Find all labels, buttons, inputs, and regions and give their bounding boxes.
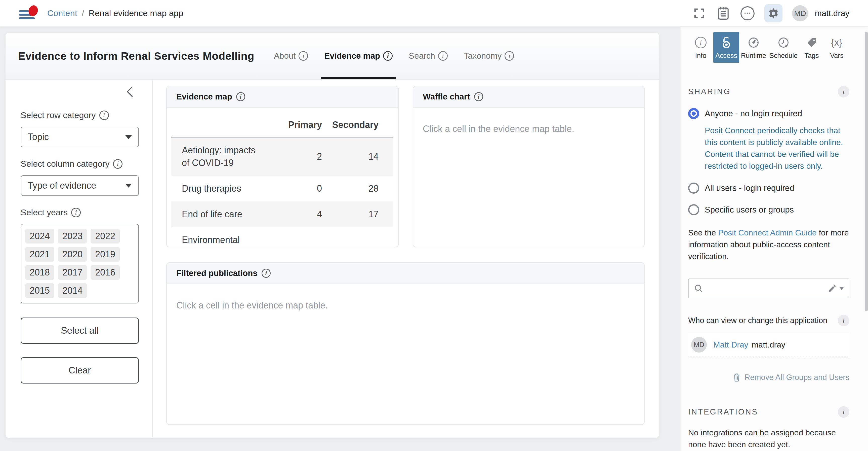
info-icon[interactable]: i [299, 51, 308, 61]
radio-anyone[interactable]: Anyone - no login required [688, 108, 849, 119]
row-topic: Environmental impacts of renal care [171, 227, 266, 247]
info-icon[interactable]: i [99, 111, 109, 120]
evidence-map-card-header: Evidence map i [167, 86, 398, 108]
card-title: Evidence map [176, 92, 232, 102]
info-badge-icon[interactable]: i [838, 315, 849, 326]
app-tabs: About i Evidence map i Search i Taxonomy… [266, 33, 522, 79]
logo-bar [19, 18, 35, 19]
year-chip[interactable]: 2020 [58, 247, 87, 262]
info-icon[interactable]: i [474, 92, 483, 101]
column-category-select[interactable]: Type of evidence [21, 175, 139, 196]
info-icon[interactable]: i [504, 51, 514, 61]
admin-guide-note: See the Posit Connect Admin Guide for mo… [688, 227, 849, 262]
row-topic: Aetiology: impacts of COVID-19 [171, 138, 266, 176]
info-badge-icon[interactable]: i [838, 406, 849, 418]
cell-primary[interactable]: 4 [266, 209, 329, 220]
info-icon[interactable]: i [438, 51, 448, 61]
radio-unselected-icon[interactable] [688, 204, 699, 215]
year-chip[interactable]: 2019 [91, 247, 120, 262]
chevron-down-icon [125, 135, 132, 139]
label-text: Select column category [21, 159, 110, 169]
user-search-box[interactable] [688, 279, 849, 298]
app-header: Evidence to Inform Renal Services Modell… [5, 33, 659, 80]
year-chip[interactable]: 2021 [25, 247, 54, 262]
radio-label: Anyone - no login required [705, 109, 802, 118]
note-text: See the [688, 228, 718, 237]
clipboard-icon[interactable] [716, 6, 731, 21]
clock-icon [778, 36, 789, 49]
info-icon[interactable]: i [383, 51, 393, 61]
select-all-button[interactable]: Select all [21, 317, 139, 344]
info-tab-icon: i [695, 37, 707, 48]
year-chip[interactable]: 2018 [25, 265, 54, 280]
year-chip[interactable]: 2024 [25, 229, 54, 244]
remove-all-button[interactable]: Remove All Groups and Users [688, 373, 849, 382]
label-text: Select row category [21, 110, 96, 120]
permission-user-row[interactable]: MD Matt Dray matt.dray [688, 333, 849, 357]
tab-taxonomy[interactable]: Taxonomy i [460, 33, 518, 79]
settings-tab-label: Runtime [741, 52, 766, 60]
year-chip[interactable]: 2014 [58, 283, 87, 298]
panel-scrollbar[interactable] [865, 32, 868, 311]
settings-tab-runtime[interactable]: Runtime [739, 32, 768, 63]
radio-selected-icon[interactable] [688, 108, 699, 119]
info-badge-icon[interactable]: i [838, 86, 849, 97]
settings-tab-label: Schedule [769, 52, 798, 60]
tab-search[interactable]: Search i [405, 33, 451, 79]
tab-evidence-map[interactable]: Evidence map i [321, 33, 396, 79]
user-avatar[interactable]: MD [792, 5, 808, 21]
radio-specific-users[interactable]: Specific users or groups [688, 204, 849, 215]
row-category-select[interactable]: Topic [21, 126, 139, 147]
select-value: Type of evidence [28, 180, 96, 191]
collapse-sidebar-icon[interactable] [127, 86, 137, 97]
cell-secondary[interactable]: 14 [329, 151, 393, 162]
radio-unselected-icon[interactable] [688, 182, 699, 194]
info-icon[interactable]: i [261, 269, 271, 278]
breadcrumb-current: Renal evidence map app [89, 8, 183, 18]
settings-tab-schedule[interactable]: Schedule [768, 32, 799, 63]
user-name-link[interactable]: Matt Dray [713, 340, 748, 349]
sharing-section-header: SHARING i [688, 86, 849, 97]
breadcrumb-content-link[interactable]: Content [47, 8, 77, 18]
year-chip[interactable]: 2015 [25, 283, 54, 298]
table-row[interactable]: End of life care 4 17 [171, 201, 393, 227]
year-chip[interactable]: 2022 [91, 229, 120, 244]
app-container: Evidence to Inform Renal Services Modell… [5, 33, 659, 438]
settings-gear-button[interactable] [764, 4, 782, 22]
admin-guide-link[interactable]: Posit Connect Admin Guide [718, 228, 816, 237]
table-row[interactable]: Drug therapies 0 28 [171, 176, 393, 201]
settings-panel: i Info Access Runtime [681, 27, 868, 451]
year-chip[interactable]: 2017 [58, 265, 87, 280]
permission-mode-dropdown[interactable] [828, 284, 844, 293]
posit-connect-logo[interactable] [19, 7, 37, 20]
info-icon[interactable]: i [113, 159, 123, 169]
year-chip[interactable]: 2016 [91, 265, 120, 280]
breadcrumb: Content / Renal evidence map app [47, 8, 183, 18]
tab-label: Evidence map [324, 51, 380, 61]
table-row[interactable]: Aetiology: impacts of COVID-19 2 14 [171, 138, 393, 176]
settings-tab-label: Tags [804, 52, 819, 60]
radio-all-users[interactable]: All users - login required [688, 182, 849, 194]
settings-tab-tags[interactable]: Tags [799, 32, 824, 63]
breadcrumb-separator: / [82, 8, 84, 18]
info-icon[interactable]: i [236, 92, 245, 101]
gauge-icon [748, 36, 760, 49]
settings-tab-info[interactable]: i Info [688, 32, 713, 63]
username-label[interactable]: matt.dray [815, 8, 849, 18]
clear-button[interactable]: Clear [21, 357, 139, 384]
cell-secondary[interactable]: 28 [329, 183, 393, 194]
user-username: matt.dray [752, 340, 785, 349]
info-icon[interactable]: i [71, 208, 81, 217]
fullscreen-icon[interactable] [692, 6, 707, 21]
table-row[interactable]: Environmental impacts of renal care 3 9 [171, 227, 393, 247]
settings-tab-access[interactable]: Access [713, 32, 739, 63]
cell-primary[interactable]: 0 [266, 183, 329, 194]
search-input[interactable] [707, 284, 828, 293]
more-options-icon[interactable]: ... [740, 6, 755, 21]
year-chip[interactable]: 2023 [58, 229, 87, 244]
pencil-icon [828, 284, 837, 293]
cell-primary[interactable]: 2 [266, 151, 329, 162]
tab-about[interactable]: About i [270, 33, 312, 79]
settings-tab-vars[interactable]: {x} Vars [824, 32, 849, 63]
cell-secondary[interactable]: 17 [329, 209, 393, 220]
